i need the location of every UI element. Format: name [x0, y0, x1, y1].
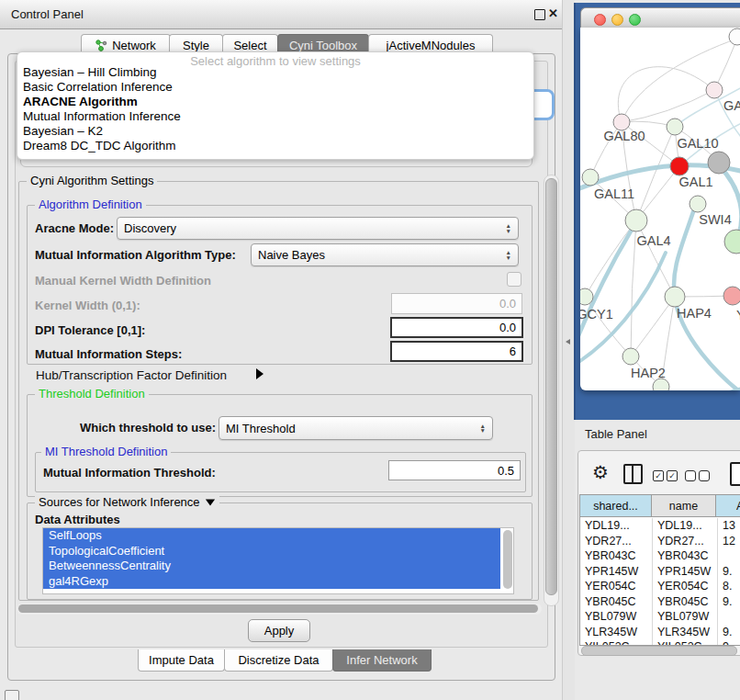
network-window-titlebar[interactable]: [580, 7, 740, 29]
table-row[interactable]: YER054C YER054C 8.: [580, 579, 740, 594]
cell[interactable]: 9.: [718, 594, 740, 610]
document-icon[interactable]: [730, 462, 740, 486]
settings-horizontal-scrollbar[interactable]: [17, 604, 542, 615]
window-close-traffic-light[interactable]: [594, 14, 606, 26]
settings-vertical-scrollbar-thumb[interactable]: [545, 178, 557, 595]
cell[interactable]: 9.: [718, 625, 740, 640]
aracne-mode-combo[interactable]: Discovery ▲▼: [117, 217, 519, 240]
node-swi4[interactable]: [690, 196, 706, 212]
mi-threshold-field[interactable]: 0.5: [388, 460, 521, 480]
checked-box-icon[interactable]: ✓: [653, 470, 664, 481]
column-header-name[interactable]: name: [652, 495, 716, 517]
list-scrollbar-thumb[interactable]: [503, 530, 512, 589]
checked-box-icon[interactable]: ✓: [667, 470, 678, 481]
panel-corner-icon[interactable]: [5, 690, 19, 700]
manual-kernel-checkbox[interactable]: [507, 272, 521, 287]
which-threshold-combo[interactable]: MI Threshold ▲▼: [219, 416, 493, 440]
table-row[interactable]: YLR345W YLR345W 9.: [580, 625, 740, 640]
node-green-large[interactable]: [724, 230, 740, 254]
column-header-shared-name[interactable]: shared...: [580, 495, 652, 517]
cell[interactable]: [718, 548, 740, 564]
gear-icon[interactable]: ⚙: [592, 463, 609, 481]
cell[interactable]: 9: [718, 639, 740, 646]
mi-algorithm-type-combo[interactable]: Naive Bayes ▲▼: [251, 243, 519, 266]
cell[interactable]: YER054C: [653, 579, 718, 594]
node-gal1-selected[interactable]: [670, 157, 689, 175]
cell[interactable]: [718, 609, 740, 625]
popup-item[interactable]: Bayesian – Hill Climbing: [19, 65, 519, 80]
cell[interactable]: 9.: [718, 564, 740, 580]
cell[interactable]: YBR045C: [580, 594, 653, 610]
list-item[interactable]: gal4RGexp: [43, 574, 500, 590]
settings-vertical-scrollbar[interactable]: [544, 175, 559, 606]
cell[interactable]: YER054C: [580, 579, 653, 594]
cell[interactable]: YPR145W: [580, 564, 653, 580]
cell[interactable]: YPR145W: [653, 564, 718, 580]
column-layout-icon[interactable]: [623, 464, 643, 484]
mi-threshold-value: 0.5: [498, 464, 514, 478]
cell[interactable]: YDR27...: [653, 534, 718, 549]
cell[interactable]: YDR27...: [580, 534, 653, 549]
cell[interactable]: YBR043C: [653, 548, 718, 564]
cell[interactable]: 8.: [718, 579, 740, 594]
popup-item[interactable]: Dream8 DC_TDC Algorithm: [19, 139, 519, 153]
network-canvas[interactable]: GAL GAL80 GAL10 GAL1 GAL11 SWI4 GAL4 GCY…: [580, 28, 740, 390]
list-item[interactable]: BetweennessCentrality: [43, 559, 500, 574]
node-gal4[interactable]: [625, 209, 647, 231]
column-header-clipped[interactable]: A: [716, 495, 740, 517]
table-row[interactable]: YBR043C YBR043C: [580, 548, 740, 564]
close-icon[interactable]: ✕: [548, 6, 558, 20]
divider-resize-arrow-icon[interactable]: [566, 339, 570, 344]
cell[interactable]: YBL079W: [580, 609, 653, 625]
kernel-width-field[interactable]: 0.0: [391, 293, 522, 314]
table-row[interactable]: YIL052C YIL052C 9: [580, 639, 740, 646]
sources-expand-arrow-icon[interactable]: [205, 499, 214, 505]
popup-item[interactable]: Mutual Information Inference: [19, 109, 519, 124]
popup-item[interactable]: Basic Correlation Inference: [19, 80, 519, 95]
mi-steps-field[interactable]: 6: [390, 341, 523, 362]
node-gal2[interactable]: [706, 82, 723, 98]
table-horizontal-scrollbar-thumb[interactable]: [581, 646, 737, 656]
node-hap2[interactable]: [622, 348, 639, 365]
node-gray[interactable]: [708, 152, 730, 174]
cell[interactable]: YLR345W: [653, 625, 718, 640]
list-item[interactable]: TopologicalCoefficient: [43, 544, 500, 559]
unchecked-box-icon[interactable]: [699, 470, 710, 481]
cell[interactable]: 12: [718, 534, 740, 549]
node-gal10[interactable]: [667, 119, 683, 135]
cell[interactable]: YBR045C: [653, 594, 718, 610]
cell[interactable]: 13: [718, 518, 740, 534]
popup-item-selected[interactable]: ARACNE Algorithm: [19, 95, 519, 109]
tab-impute-data[interactable]: Impute Data: [138, 649, 225, 672]
table-row[interactable]: YDR27... YDR27... 12: [580, 534, 740, 549]
cell[interactable]: YBL079W: [653, 609, 718, 625]
popup-item[interactable]: Bayesian – K2: [19, 124, 519, 139]
hub-collapse-arrow-icon[interactable]: [256, 368, 263, 379]
cell[interactable]: YBR043C: [580, 548, 653, 564]
window-minimize-traffic-light[interactable]: [611, 14, 623, 26]
unchecked-box-icon[interactable]: [685, 470, 696, 481]
tab-discretize-data[interactable]: Discretize Data: [224, 649, 333, 672]
tab-infer-network[interactable]: Infer Network: [332, 649, 432, 672]
cell[interactable]: YLR345W: [580, 625, 653, 640]
table-row[interactable]: YPR145W YPR145W 9.: [580, 564, 740, 580]
cell[interactable]: YDL19...: [580, 518, 653, 534]
node-unlabeled[interactable]: [729, 28, 740, 45]
table-row[interactable]: YDL19... YDL19... 13: [580, 518, 740, 534]
node-salmon[interactable]: [723, 287, 740, 305]
cell[interactable]: YIL052C: [580, 639, 653, 646]
float-panel-icon[interactable]: [534, 9, 545, 20]
node-hap4[interactable]: [665, 287, 685, 307]
table-row[interactable]: YBR045C YBR045C 9.: [580, 594, 740, 610]
node-gcy1[interactable]: [580, 288, 593, 305]
dpi-tolerance-field[interactable]: 0.0: [390, 317, 523, 338]
window-zoom-traffic-light[interactable]: [629, 14, 641, 26]
settings-horizontal-scrollbar-thumb[interactable]: [18, 604, 538, 613]
list-item[interactable]: SelfLoops: [43, 528, 500, 544]
cell[interactable]: YDL19...: [653, 518, 718, 534]
table-row[interactable]: YBL079W YBL079W: [580, 609, 740, 625]
cell[interactable]: YIL052C: [653, 639, 718, 646]
panel-divider[interactable]: [562, 0, 575, 700]
apply-button[interactable]: Apply: [248, 619, 310, 642]
node-gal11[interactable]: [582, 169, 599, 186]
